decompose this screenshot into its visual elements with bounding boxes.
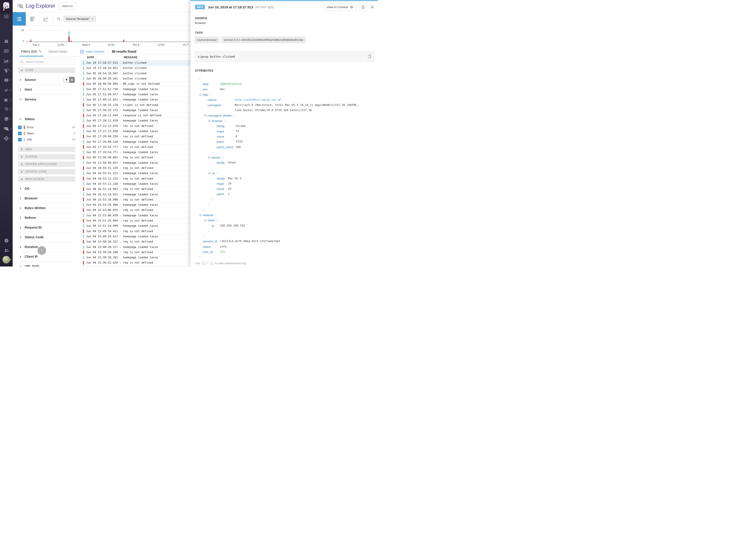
- search-filter-pill[interactable]: Source:*browser* ×: [64, 16, 96, 22]
- facet-clear-button[interactable]: [69, 77, 74, 83]
- facet-group-system[interactable]: SYSTEM: [18, 154, 75, 159]
- scroll-to-top-button[interactable]: ↑: [38, 246, 46, 255]
- attr-key-patch[interactable]: patch: [217, 192, 228, 197]
- status-value-row[interactable]: ✓Warn0: [18, 130, 75, 136]
- close-panel-icon[interactable]: ×: [370, 4, 374, 10]
- facet-group-aws[interactable]: AWS: [18, 147, 75, 152]
- copy-message-icon[interactable]: [368, 54, 371, 58]
- histogram-bar[interactable]: [68, 31, 70, 41]
- histogram-bar[interactable]: [66, 41, 68, 42]
- edit-facets-icon[interactable]: ✎: [39, 49, 41, 54]
- attr-key-client[interactable]: client: [208, 218, 215, 223]
- sidebar-item-account-avatar[interactable]: [0, 256, 13, 264]
- sidebar-item-logs[interactable]: [0, 125, 13, 133]
- sidebar-menu-icon[interactable]: [4, 15, 9, 19]
- attr-key-device[interactable]: device: [212, 155, 221, 160]
- sidebar-item-integrations[interactable]: [0, 96, 13, 103]
- facet-service[interactable]: Service: [18, 94, 75, 104]
- attr-key-patch_minor[interactable]: patch_minor: [217, 145, 236, 150]
- attr-key-http[interactable]: http: [203, 92, 208, 97]
- histogram-bar[interactable]: [125, 41, 126, 42]
- facet-os[interactable]: OS: [18, 184, 75, 194]
- sidebar-item-metrics[interactable]: [0, 86, 13, 94]
- facet-referer[interactable]: Referer: [18, 213, 75, 223]
- facet-status-code[interactable]: Status Code: [18, 232, 75, 242]
- tag-pill[interactable]: source:browser: [194, 37, 219, 43]
- attr-key-useragent_details[interactable]: useragent_details: [208, 113, 232, 118]
- attr-value-referer[interactable]: http://a1526511.ngrok.io/: [235, 97, 281, 102]
- sidebar-item-synthetics[interactable]: [0, 135, 13, 142]
- facet-request-id[interactable]: Request ID: [18, 223, 75, 232]
- facet-duration[interactable]: Duration: [18, 242, 75, 252]
- histogram-bar[interactable]: [114, 41, 116, 42]
- attr-key-os[interactable]: os: [212, 171, 215, 176]
- attr-key-minor[interactable]: minor: [217, 134, 236, 139]
- facet-bytes-written[interactable]: Bytes Written: [18, 203, 75, 213]
- collapse-toggle-icon[interactable]: −: [199, 214, 202, 216]
- grouped-view-button[interactable]: [26, 12, 39, 26]
- checkbox-error[interactable]: ✓: [18, 125, 22, 129]
- attr-key-family[interactable]: family: [217, 176, 228, 181]
- attr-key-useragent[interactable]: useragent: [208, 102, 235, 108]
- tab-filters[interactable]: Filters (63) ✎: [21, 46, 41, 57]
- facet-browser[interactable]: Browser: [18, 194, 75, 203]
- list-view-button[interactable]: [13, 12, 26, 26]
- attr-key-session_id[interactable]: session_id: [203, 239, 220, 244]
- tab-saved-views[interactable]: Saved Views: [48, 46, 67, 57]
- attr-key-major[interactable]: major: [217, 129, 236, 134]
- collapse-toggle-icon[interactable]: −: [208, 172, 211, 174]
- save-as-button[interactable]: Save As: [59, 3, 76, 10]
- remove-filter-icon[interactable]: ×: [92, 17, 94, 20]
- attr-key-browser[interactable]: browser: [212, 118, 223, 123]
- sidebar-item-help[interactable]: ?: [0, 237, 13, 244]
- share-button[interactable]: [359, 3, 367, 11]
- histogram-bar[interactable]: [70, 40, 72, 41]
- arrow-down-keycap[interactable]: ↓: [209, 261, 213, 265]
- facet-group-coffee-application[interactable]: COFFEE APPLICATION: [18, 162, 75, 167]
- facet-group-source-code[interactable]: SOURCE CODE: [18, 169, 75, 174]
- attr-key-ip[interactable]: ip: [212, 223, 220, 228]
- attr-key-minor[interactable]: minor: [217, 186, 228, 192]
- view-in-context-button[interactable]: View in Context: [324, 3, 357, 11]
- sidebar-item-notebooks[interactable]: [0, 115, 13, 123]
- sidebar-item-watchdog[interactable]: [0, 38, 13, 45]
- attr-key-network[interactable]: network: [203, 213, 213, 218]
- facet-status[interactable]: Status: [18, 114, 75, 124]
- analytics-view-button[interactable]: [39, 12, 53, 26]
- sidebar-item-events[interactable]: [0, 47, 13, 55]
- facet-source[interactable]: Source: [18, 75, 75, 85]
- facet-group-web-access[interactable]: WEB ACCESS: [18, 176, 75, 182]
- facet-client-ip[interactable]: Client IP: [18, 252, 75, 261]
- sidebar-item-monitors[interactable]: [0, 76, 13, 84]
- attr-key-major[interactable]: major: [217, 181, 228, 186]
- arrow-up-keycap[interactable]: ↑: [202, 261, 205, 265]
- column-header-date[interactable]: DATE ↓: [87, 56, 123, 59]
- search-facets-input[interactable]: Search facets: [18, 59, 74, 65]
- attr-key-family[interactable]: family: [217, 123, 236, 129]
- attr-key-env[interactable]: env: [203, 87, 220, 92]
- sidebar-item-user-admin[interactable]: [0, 246, 13, 254]
- attr-key-patch[interactable]: patch: [217, 139, 236, 144]
- attr-key-referer[interactable]: referer: [208, 97, 235, 102]
- collapse-toggle-icon[interactable]: −: [208, 120, 211, 122]
- facet-host[interactable]: Host: [18, 85, 75, 94]
- datadog-logo[interactable]: [0, 0, 13, 13]
- attr-key-date[interactable]: date: [203, 82, 220, 87]
- hide-controls-button[interactable]: Hide Controls: [80, 50, 104, 54]
- facet-url-path[interactable]: URL Path: [18, 261, 75, 267]
- attr-key-user_id[interactable]: user_id: [203, 249, 220, 254]
- sidebar-item-infrastructure[interactable]: [0, 67, 13, 74]
- histogram-bar[interactable]: [30, 39, 32, 41]
- sidebar-item-apm[interactable]: [0, 105, 13, 113]
- facet-group-core[interactable]: CORE: [18, 67, 75, 73]
- tag-pill[interactable]: version:0.0.1-44f155115d3d5426f54e53b622…: [221, 37, 306, 43]
- attr-key-family[interactable]: family: [217, 160, 228, 165]
- histogram-bar[interactable]: [123, 39, 124, 41]
- status-value-row[interactable]: ✓Info49: [18, 136, 75, 143]
- collapse-toggle-icon[interactable]: −: [199, 93, 202, 96]
- status-value-row[interactable]: ✓Error40: [18, 124, 75, 130]
- attr-key-status[interactable]: status: [203, 244, 220, 249]
- facet-filter-button[interactable]: [64, 77, 69, 83]
- collapse-toggle-icon[interactable]: −: [204, 219, 206, 222]
- collapse-toggle-icon[interactable]: −: [208, 156, 211, 159]
